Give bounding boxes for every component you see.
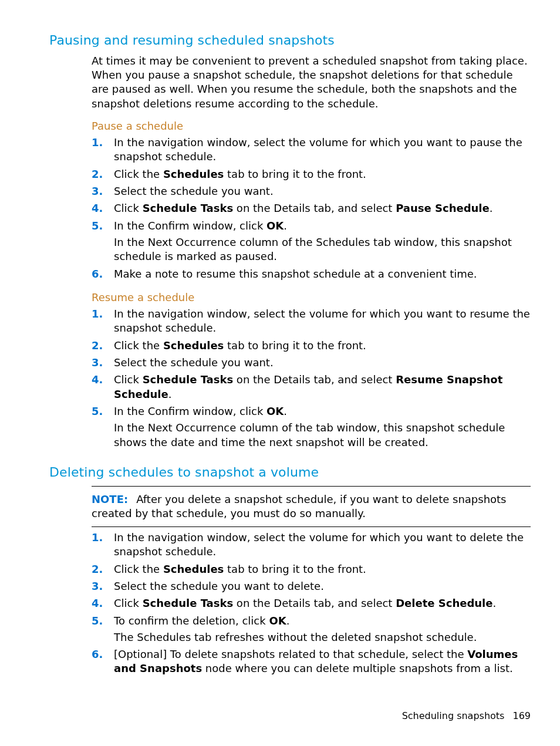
bold-text: Schedule Tasks — [143, 373, 234, 386]
list-item: To confirm the deletion, click OK. The S… — [92, 614, 531, 646]
bold-text: OK — [269, 615, 286, 627]
bold-text: Schedules — [163, 563, 224, 575]
step-text: on the Details tab, and select — [233, 202, 396, 214]
list-item: Make a note to resume this snapshot sche… — [92, 267, 531, 282]
bold-text: Schedules — [163, 339, 224, 352]
step-follow-text: In the Next Occurrence column of the tab… — [114, 421, 531, 450]
heading-pausing-resuming: Pausing and resuming scheduled snapshots — [49, 32, 531, 49]
step-text: . — [490, 202, 493, 214]
list-item: In the Confirm window, click OK. In the … — [92, 219, 531, 265]
list-item: [Optional] To delete snapshots related t… — [92, 647, 531, 677]
step-text: [Optional] To delete snapshots related t… — [114, 648, 467, 660]
step-text: In the navigation window, select the vol… — [114, 136, 522, 163]
step-text: on the Details tab, and select — [233, 597, 396, 609]
list-item: Select the schedule you want to delete. — [92, 579, 531, 595]
step-text: Click — [114, 373, 143, 386]
heading-resume-schedule: Resume a schedule — [92, 291, 531, 305]
step-text: In the navigation window, select the vol… — [114, 308, 530, 334]
step-text: node where you can delete multiple snaps… — [202, 662, 513, 674]
step-text: Select the schedule you want. — [114, 185, 274, 197]
bold-text: Schedules — [163, 168, 224, 180]
bold-text: Delete Schedule — [396, 597, 492, 609]
footer-section: Scheduling snapshots — [402, 710, 505, 721]
list-item: Click the Schedules tab to bring it to t… — [92, 339, 531, 354]
note-text: After you delete a snapshot schedule, if… — [92, 493, 506, 519]
step-text: tab to bring it to the front. — [224, 563, 366, 575]
note-box: NOTE:After you delete a snapshot schedul… — [92, 486, 531, 528]
bold-text: Pause Schedule — [396, 202, 490, 214]
step-text: In the navigation window, select the vol… — [114, 531, 524, 558]
step-text: . — [492, 597, 496, 609]
step-follow-text: In the Next Occurrence column of the Sch… — [114, 235, 531, 264]
note-label: NOTE: — [92, 493, 136, 505]
list-item: In the navigation window, select the vol… — [92, 136, 531, 166]
list-item: Select the schedule you want. — [92, 184, 531, 200]
step-text: Click — [114, 202, 143, 214]
list-item: Select the schedule you want. — [92, 356, 531, 371]
footer-page-number: 169 — [504, 710, 531, 721]
resume-schedule-steps: In the navigation window, select the vol… — [92, 307, 531, 451]
bold-text: Schedule Tasks — [143, 597, 234, 609]
list-item: Click Schedule Tasks on the Details tab,… — [92, 596, 531, 612]
page-content: Pausing and resuming scheduled snapshots… — [0, 0, 560, 677]
step-text: Click — [114, 597, 143, 609]
bold-text: OK — [266, 220, 284, 232]
bold-text: Schedule Tasks — [143, 202, 234, 214]
list-item: Click Schedule Tasks on the Details tab,… — [92, 201, 531, 217]
step-text: Make a note to resume this snapshot sche… — [114, 268, 477, 280]
step-follow-text: The Schedules tab refreshes without the … — [114, 630, 531, 644]
step-text: . — [284, 405, 287, 417]
list-item: Click the Schedules tab to bring it to t… — [92, 562, 531, 578]
step-text: Select the schedule you want to delete. — [114, 580, 324, 592]
bold-text: OK — [266, 405, 284, 417]
step-text: tab to bring it to the front. — [224, 168, 366, 180]
step-text: In the Confirm window, click — [114, 405, 266, 417]
step-text: . — [284, 220, 287, 232]
step-text: To confirm the deletion, click — [114, 615, 269, 627]
step-text: . — [286, 615, 290, 627]
page-footer: Scheduling snapshots169 — [402, 710, 531, 723]
list-item: In the Confirm window, click OK. In the … — [92, 404, 531, 451]
step-text: In the Confirm window, click — [114, 220, 266, 232]
intro-paragraph: At times it may be convenient to prevent… — [92, 54, 531, 111]
heading-pause-schedule: Pause a schedule — [92, 119, 531, 133]
list-item: Click Schedule Tasks on the Details tab,… — [92, 373, 531, 403]
step-text: . — [168, 388, 172, 400]
list-item: In the navigation window, select the vol… — [92, 307, 531, 337]
step-text: Select the schedule you want. — [114, 356, 274, 369]
step-text: Click the — [114, 168, 163, 180]
step-text: Click the — [114, 563, 163, 575]
step-text: tab to bring it to the front. — [224, 339, 366, 352]
step-text: Click the — [114, 339, 163, 352]
delete-schedule-steps: In the navigation window, select the vol… — [92, 531, 531, 677]
step-text: on the Details tab, and select — [233, 373, 396, 386]
list-item: Click the Schedules tab to bring it to t… — [92, 167, 531, 183]
heading-deleting-schedules: Deleting schedules to snapshot a volume — [49, 464, 531, 481]
pause-schedule-steps: In the navigation window, select the vol… — [92, 136, 531, 282]
list-item: In the navigation window, select the vol… — [92, 531, 531, 561]
